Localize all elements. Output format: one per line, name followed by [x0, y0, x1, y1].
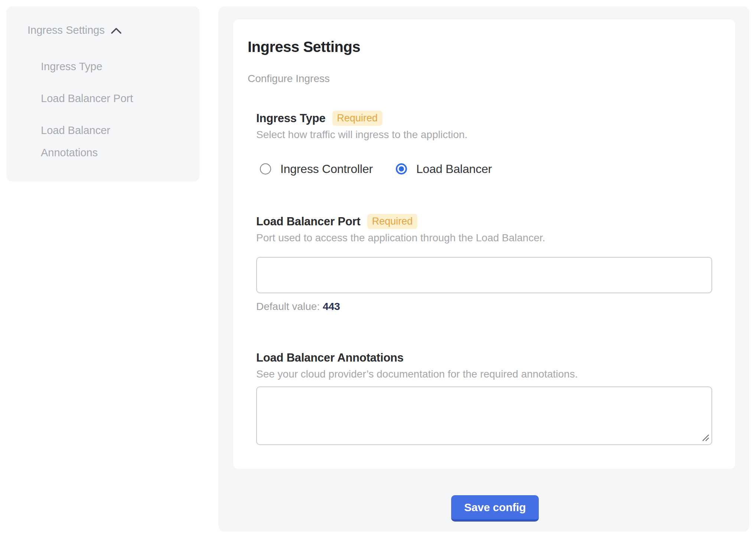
- radio-unchecked-icon: [260, 163, 271, 174]
- page-subtitle: Configure Ingress: [248, 72, 712, 85]
- sidebar-item-list: Ingress Type Load Balancer Port Load Bal…: [41, 55, 185, 164]
- load-balancer-annotations-label: Load Balancer Annotations: [256, 350, 404, 365]
- sidebar-group-label: Ingress Settings: [27, 23, 105, 37]
- required-badge: Required: [332, 111, 383, 126]
- ingress-type-description: Select how traffic will ingress to the a…: [256, 128, 712, 142]
- ingress-settings-card: Ingress Settings Configure Ingress Ingre…: [233, 19, 735, 469]
- load-balancer-port-input[interactable]: [256, 257, 712, 293]
- load-balancer-port-description: Port used to access the application thro…: [256, 231, 712, 245]
- ingress-type-label: Ingress Type: [256, 111, 326, 126]
- radio-label: Ingress Controller: [280, 162, 373, 176]
- section-load-balancer-port: Load Balancer Port Required Port used to…: [256, 214, 712, 313]
- default-value-label: Default value:: [256, 301, 320, 312]
- settings-sidebar: Ingress Settings Ingress Type Load Balan…: [6, 6, 199, 182]
- required-badge: Required: [367, 214, 418, 229]
- sidebar-item-ingress-type[interactable]: Ingress Type: [41, 55, 163, 78]
- radio-label: Load Balancer: [416, 162, 492, 176]
- page-title: Ingress Settings: [248, 38, 712, 56]
- load-balancer-port-label: Load Balancer Port: [256, 214, 361, 229]
- load-balancer-annotations-description: See your cloud provider’s documentation …: [256, 367, 712, 381]
- radio-option-ingress-controller[interactable]: Ingress Controller: [260, 162, 373, 176]
- load-balancer-annotations-textarea[interactable]: [256, 386, 712, 445]
- annotations-textarea-wrap: [256, 386, 712, 445]
- section-ingress-type: Ingress Type Required Select how traffic…: [256, 111, 712, 176]
- sidebar-item-load-balancer-annotations[interactable]: Load Balancer Annotations: [41, 119, 163, 164]
- radio-option-load-balancer[interactable]: Load Balancer: [396, 162, 492, 176]
- form-sections: Ingress Type Required Select how traffic…: [256, 111, 712, 445]
- default-value-line: Default value:443: [256, 300, 712, 313]
- chevron-up-icon: [111, 27, 122, 34]
- save-config-button[interactable]: Save config: [451, 495, 539, 522]
- section-load-balancer-annotations: Load Balancer Annotations See your cloud…: [256, 350, 712, 445]
- radio-checked-icon: [396, 163, 407, 174]
- sidebar-group-ingress-settings[interactable]: Ingress Settings: [27, 23, 185, 37]
- ingress-type-radio-group: Ingress Controller Load Balancer: [260, 162, 712, 176]
- settings-panel: Ingress Settings Configure Ingress Ingre…: [218, 6, 749, 532]
- resize-handle-icon[interactable]: [701, 434, 710, 442]
- default-value: 443: [323, 301, 340, 312]
- sidebar-item-load-balancer-port[interactable]: Load Balancer Port: [41, 87, 163, 110]
